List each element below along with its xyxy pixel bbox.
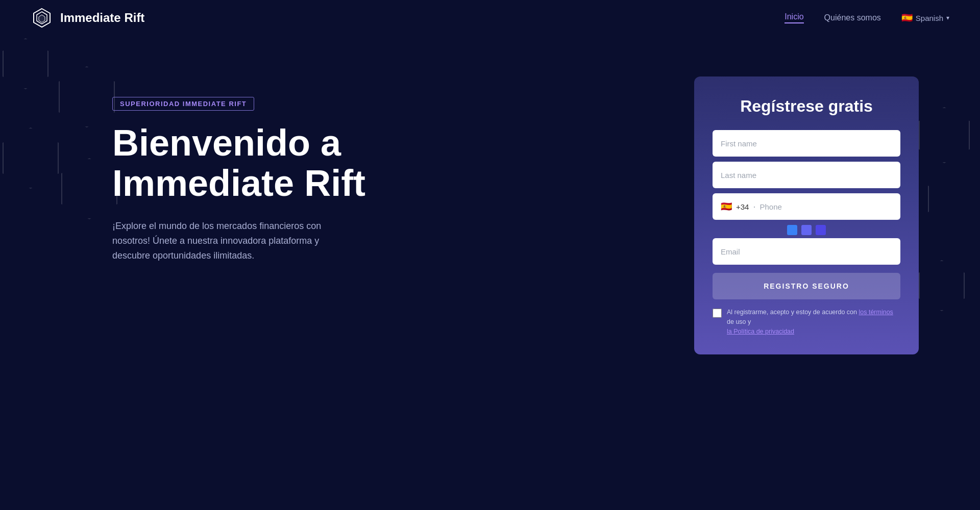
hex-decor-2 xyxy=(59,66,115,128)
phone-code: +34 xyxy=(736,202,749,211)
terms-text: Al registrarme, acepto y estoy de acuerd… xyxy=(727,308,900,336)
terms-link[interactable]: los términos xyxy=(859,309,893,316)
email-field[interactable] xyxy=(713,238,900,265)
hero-content: SUPERIORIDAD IMMEDIATE RIFT Bienvenido a… xyxy=(112,76,470,263)
phone-input[interactable] xyxy=(760,202,892,211)
language-label: Spanish xyxy=(916,14,943,22)
hex-decor-6 xyxy=(919,107,970,163)
hero-section: SUPERIORIDAD IMMEDIATE RIFT Bienvenido a… xyxy=(0,36,980,510)
svg-marker-2 xyxy=(39,15,45,22)
hero-badge: SUPERIORIDAD IMMEDIATE RIFT xyxy=(112,97,254,111)
nav-link-quienes[interactable]: Quiénes somos xyxy=(824,13,881,22)
hex-decor-1 xyxy=(3,38,48,89)
language-selector[interactable]: 🇪🇸 Spanish ▾ xyxy=(901,12,949,23)
first-name-field[interactable] xyxy=(713,130,900,157)
registration-card: Regístrese gratis 🇪🇸 +34 · REGISTRO SEGU… xyxy=(694,76,919,354)
progress-dots xyxy=(713,225,900,235)
email-input[interactable] xyxy=(721,247,892,256)
last-name-input[interactable] xyxy=(721,171,892,180)
nav-link-inicio[interactable]: Inicio xyxy=(785,12,803,23)
last-name-field[interactable] xyxy=(713,162,900,188)
terms-row: Al registrarme, acepto y estoy de acuerd… xyxy=(713,308,900,336)
chevron-down-icon: ▾ xyxy=(946,14,949,21)
first-name-input[interactable] xyxy=(721,139,892,148)
hex-decor-4 xyxy=(61,158,117,219)
register-button[interactable]: REGISTRO SEGURO xyxy=(713,273,900,299)
privacy-link[interactable]: la Política de privacidad xyxy=(727,328,794,335)
hex-decor-9 xyxy=(919,260,965,311)
hero-title: Bienvenido a Immediate Rift xyxy=(112,123,470,203)
phone-flag-icon: 🇪🇸 xyxy=(721,201,732,212)
logo-group: Immediate Rift xyxy=(31,7,144,29)
nav-links: Inicio Quiénes somos 🇪🇸 Spanish ▾ xyxy=(785,12,949,23)
navbar: Immediate Rift Inicio Quiénes somos 🇪🇸 S… xyxy=(0,0,980,36)
language-flag: 🇪🇸 xyxy=(901,12,913,23)
terms-text-before: Al registrarme, acepto y estoy de acuerd… xyxy=(727,309,859,316)
hex-decor-3 xyxy=(3,128,59,189)
terms-text-mid: de uso y xyxy=(727,318,751,325)
phone-separator: · xyxy=(753,201,755,212)
terms-checkbox[interactable] xyxy=(713,309,722,318)
form-title: Regístrese gratis xyxy=(713,97,900,116)
brand-name: Immediate Rift xyxy=(60,11,144,25)
dot-3 xyxy=(816,225,826,235)
dot-1 xyxy=(787,225,797,235)
logo-icon xyxy=(31,7,53,29)
hero-description: ¡Explore el mundo de los mercados financ… xyxy=(112,219,347,263)
dot-2 xyxy=(801,225,812,235)
phone-field[interactable]: 🇪🇸 +34 · xyxy=(713,193,900,220)
